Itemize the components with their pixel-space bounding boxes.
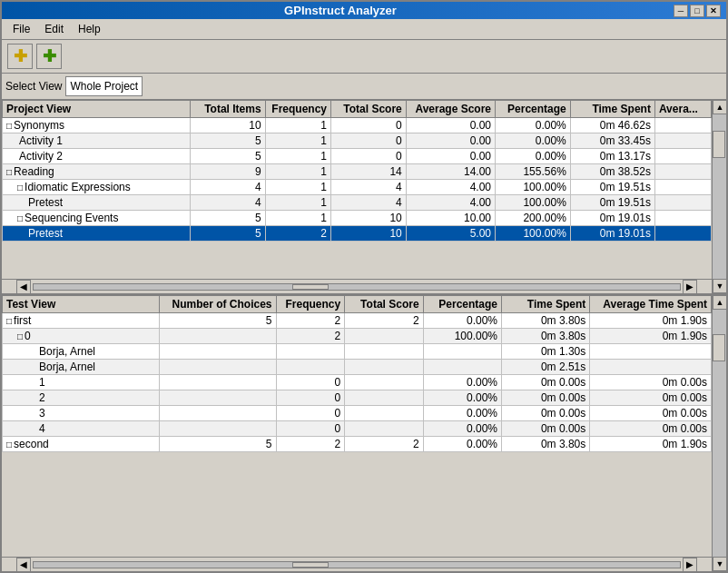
col-test-percentage: Percentage bbox=[423, 296, 501, 313]
bottom-vscroll-up[interactable]: ▲ bbox=[713, 295, 726, 310]
close-button[interactable]: ✕ bbox=[706, 5, 721, 17]
menu-file[interactable]: File bbox=[5, 21, 37, 37]
top-vscroll-thumb[interactable] bbox=[713, 131, 725, 158]
test-table-scroll[interactable]: Test View Number of Choices Frequency To… bbox=[2, 295, 712, 557]
table-row[interactable]: □Synonyms 10 1 0 0.00 0.00% 0m 46.62s bbox=[3, 118, 712, 133]
bottom-hscroll[interactable]: ◀ ▶ bbox=[2, 557, 712, 571]
top-vscroll[interactable]: ▲ ▼ bbox=[712, 100, 726, 293]
cell-frequency: 1 bbox=[265, 211, 330, 226]
cell-avg-time bbox=[654, 164, 711, 180]
bottom-vscroll-thumb[interactable] bbox=[713, 334, 725, 361]
cell-time-spent: 0m 19.01s bbox=[570, 226, 654, 242]
col-num-choices: Number of Choices bbox=[159, 296, 276, 313]
table-row[interactable]: □Sequencing Events 5 1 10 10.00 200.00% … bbox=[3, 211, 712, 226]
table-row[interactable]: 4 0 0.00% 0m 0.00s 0m 0.00s bbox=[3, 421, 712, 437]
table-row[interactable]: Pretest 4 1 4 4.00 100.00% 0m 19.51s bbox=[3, 195, 712, 211]
cell-test-total-score bbox=[345, 360, 423, 375]
cell-avg-time bbox=[654, 149, 711, 164]
cell-total-items: 10 bbox=[190, 118, 265, 133]
cell-frequency: 2 bbox=[265, 226, 330, 242]
cell-time-spent: 0m 19.01s bbox=[570, 211, 654, 226]
cell-percentage: 100.00% bbox=[496, 195, 571, 211]
cell-total-items: 5 bbox=[190, 226, 265, 242]
cell-label: □Synonyms bbox=[3, 118, 191, 133]
cell-test-percentage: 100.00% bbox=[423, 329, 501, 344]
bottom-vscroll-track[interactable] bbox=[713, 310, 726, 557]
minimize-button[interactable]: ─ bbox=[674, 5, 688, 17]
cell-label: □Sequencing Events bbox=[3, 211, 191, 226]
project-view-area: Project View Total Items Frequency Total… bbox=[2, 100, 726, 295]
maximize-button[interactable]: □ bbox=[690, 5, 704, 17]
table-row[interactable]: Borja, Arnel 0m 1.30s bbox=[3, 344, 712, 360]
table-row[interactable]: □second 5 2 2 0.00% 0m 3.80s 0m 1.90s bbox=[3, 437, 712, 452]
cell-avg-score: 0.00 bbox=[406, 118, 495, 133]
select-view-label: Select View bbox=[5, 80, 62, 93]
cell-num-choices: 5 bbox=[159, 313, 276, 329]
table-row[interactable]: □Idiomatic Expressions 4 1 4 4.00 100.00… bbox=[3, 180, 712, 195]
project-table-scroll[interactable]: Project View Total Items Frequency Total… bbox=[2, 100, 712, 281]
view-dropdown[interactable]: Whole Project Single Test bbox=[65, 76, 143, 96]
cell-total-score: 4 bbox=[331, 195, 407, 211]
top-vscroll-up[interactable]: ▲ bbox=[713, 100, 726, 114]
table-row[interactable]: Activity 1 5 1 0 0.00 0.00% 0m 33.45s bbox=[3, 133, 712, 149]
cell-frequency: 1 bbox=[265, 195, 330, 211]
menu-help[interactable]: Help bbox=[71, 21, 108, 37]
top-vscroll-track[interactable] bbox=[713, 114, 726, 279]
table-row[interactable]: 1 0 0.00% 0m 0.00s 0m 0.00s bbox=[3, 375, 712, 390]
toolbar-btn-2[interactable]: ✚ bbox=[36, 44, 62, 69]
top-vscroll-down[interactable]: ▼ bbox=[713, 279, 726, 293]
cell-time-spent: 0m 19.51s bbox=[570, 195, 654, 211]
top-hscroll-track[interactable] bbox=[33, 283, 681, 291]
toolbar-btn-1[interactable]: ✚ bbox=[7, 44, 33, 69]
table-row[interactable]: Pretest 5 2 10 5.00 100.00% 0m 19.01s bbox=[3, 226, 712, 242]
cell-total-items: 5 bbox=[190, 211, 265, 226]
top-hscroll-right[interactable]: ▶ bbox=[683, 280, 697, 294]
top-hscroll[interactable]: ◀ ▶ bbox=[2, 279, 712, 293]
cell-test-time-spent: 0m 0.00s bbox=[502, 390, 590, 406]
table-row[interactable]: □0 2 100.00% 0m 3.80s 0m 1.90s bbox=[3, 329, 712, 344]
cell-total-score: 4 bbox=[331, 180, 407, 195]
bottom-hscroll-left[interactable]: ◀ bbox=[16, 558, 31, 572]
cell-avg-score: 4.00 bbox=[406, 180, 495, 195]
cell-total-score: 14 bbox=[331, 164, 407, 180]
cell-avg-score: 0.00 bbox=[406, 149, 495, 164]
test-view-area: Test View Number of Choices Frequency To… bbox=[2, 295, 726, 571]
bottom-vscroll[interactable]: ▲ ▼ bbox=[712, 295, 726, 571]
cell-total-items: 5 bbox=[190, 133, 265, 149]
cell-test-total-score: 2 bbox=[345, 313, 423, 329]
bottom-hscroll-thumb[interactable] bbox=[292, 562, 329, 568]
cell-num-choices bbox=[159, 344, 276, 360]
cell-num-choices bbox=[159, 390, 276, 406]
cell-num-choices bbox=[159, 421, 276, 437]
cell-test-label: □0 bbox=[3, 329, 160, 344]
cell-test-avg-time: 0m 0.00s bbox=[590, 406, 712, 421]
bottom-vscroll-down[interactable]: ▼ bbox=[713, 557, 726, 571]
table-row[interactable]: 3 0 0.00% 0m 0.00s 0m 0.00s bbox=[3, 406, 712, 421]
table-row[interactable]: Borja, Arnel 0m 2.51s bbox=[3, 360, 712, 375]
cell-frequency: 1 bbox=[265, 149, 330, 164]
cell-test-avg-time bbox=[590, 344, 712, 360]
cell-total-score: 0 bbox=[331, 118, 407, 133]
col-total-score: Total Score bbox=[331, 101, 407, 118]
cell-time-spent: 0m 19.51s bbox=[570, 180, 654, 195]
cell-label: □Reading bbox=[3, 164, 191, 180]
top-hscroll-left[interactable]: ◀ bbox=[16, 280, 31, 294]
cell-test-total-score bbox=[345, 329, 423, 344]
table-row[interactable]: □Reading 9 1 14 14.00 155.56% 0m 38.52s bbox=[3, 164, 712, 180]
col-test-total-score: Total Score bbox=[345, 296, 423, 313]
bottom-hscroll-track[interactable] bbox=[33, 561, 681, 568]
cell-test-label: 2 bbox=[3, 390, 160, 406]
top-hscroll-thumb[interactable] bbox=[292, 284, 329, 290]
table-row[interactable]: 2 0 0.00% 0m 0.00s 0m 0.00s bbox=[3, 390, 712, 406]
cell-avg-time bbox=[654, 180, 711, 195]
table-row[interactable]: Activity 2 5 1 0 0.00 0.00% 0m 13.17s bbox=[3, 149, 712, 164]
cell-total-score: 10 bbox=[331, 211, 407, 226]
menu-edit[interactable]: Edit bbox=[37, 21, 71, 37]
bottom-hscroll-right[interactable]: ▶ bbox=[683, 558, 697, 572]
cell-num-choices bbox=[159, 406, 276, 421]
cell-avg-score: 0.00 bbox=[406, 133, 495, 149]
cell-percentage: 0.00% bbox=[496, 118, 571, 133]
cell-total-score: 10 bbox=[331, 226, 407, 242]
cell-time-spent: 0m 13.17s bbox=[570, 149, 654, 164]
table-row[interactable]: □first 5 2 2 0.00% 0m 3.80s 0m 1.90s bbox=[3, 313, 712, 329]
